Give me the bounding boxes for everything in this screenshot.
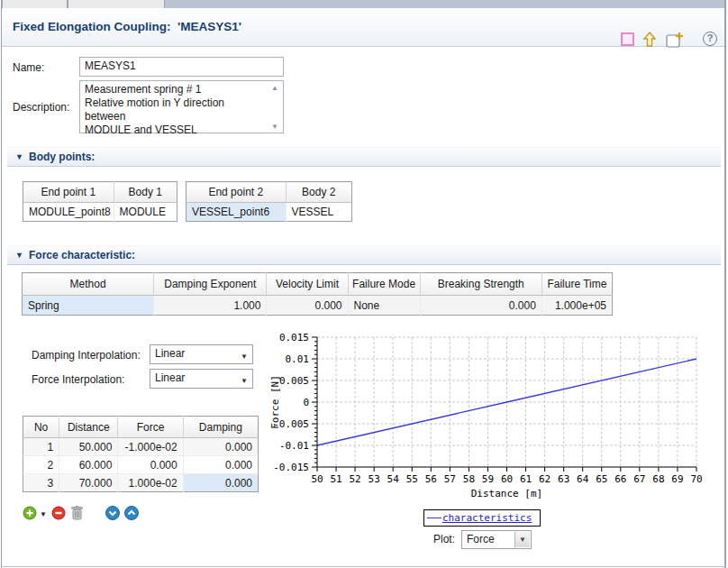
svg-text:50: 50 (311, 473, 323, 485)
tab-stub-2[interactable] (68, 0, 165, 8)
table-cell[interactable]: MODULE_point8 (23, 203, 114, 222)
svg-text:53: 53 (369, 473, 380, 485)
table-cell[interactable]: 3 (23, 474, 59, 492)
column-header: Breaking Strength (420, 273, 541, 296)
body-points-table-1: End point 1 Body 1 MODULE_point8 MODULE (23, 181, 177, 222)
svg-text:68: 68 (652, 473, 664, 485)
move-up-button[interactable] (124, 506, 139, 520)
navigate-up-icon[interactable] (642, 32, 657, 50)
damping-interpolation-label: Damping Interpolation: (32, 349, 141, 362)
window-border-left (1, 0, 2, 568)
column-header: Damping (183, 417, 258, 438)
svg-text:0.005: 0.005 (279, 375, 309, 387)
delete-trash-icon[interactable] (70, 505, 85, 519)
add-row-button[interactable] (23, 506, 37, 520)
scroll-down-icon[interactable]: ▼ (271, 124, 278, 131)
table-cell[interactable]: 70.000 (59, 474, 118, 492)
table-cell[interactable]: 1.000e-02 (118, 474, 183, 492)
column-header: Failure Time (541, 273, 612, 296)
column-header: Body 1 (114, 182, 177, 203)
column-header: No (23, 417, 59, 438)
legend-series-label: characteristics (442, 512, 532, 524)
damping-interpolation-select[interactable]: Linear ▼ (150, 344, 253, 364)
svg-text:0: 0 (303, 397, 309, 408)
table-cell[interactable]: 1.000e+05 (541, 296, 612, 316)
column-header: Velocity Limit (267, 273, 348, 296)
table-cell[interactable]: 2 (23, 456, 59, 474)
description-input[interactable]: Measurement spring # 1 Relative motion i… (79, 80, 284, 133)
table-cell[interactable]: None (348, 296, 420, 316)
plot-label: Plot: (433, 533, 455, 545)
method-table: Method Damping Exponent Velocity Limit F… (22, 272, 613, 316)
title-bar: Fixed Elongation Coupling: 'MEASYS1' ? (2, 8, 724, 47)
svg-text:67: 67 (633, 473, 645, 485)
table-cell[interactable]: 0.000 (183, 474, 258, 492)
section-force-characteristic[interactable]: ▼ Force characteristic: (7, 245, 721, 265)
table-cell[interactable]: Spring (23, 296, 154, 316)
page-title: Fixed Elongation Coupling: 'MEASYS1' (13, 20, 241, 33)
table-cell[interactable]: 50.000 (59, 438, 118, 456)
svg-text:62: 62 (539, 473, 551, 485)
table-cell[interactable]: 60.000 (59, 456, 118, 474)
force-interpolation-value: Linear (155, 371, 185, 384)
svg-text:64: 64 (577, 473, 589, 485)
table-cell[interactable]: VESSEL (286, 203, 351, 222)
svg-text:61: 61 (520, 473, 532, 485)
plot-select[interactable]: Force ▼ (461, 530, 532, 549)
column-header: Method (23, 273, 154, 296)
table-cell[interactable]: -1.000e-02 (118, 438, 183, 456)
table-cell[interactable]: 1.000 (154, 296, 267, 316)
svg-text:Distance [m]: Distance [m] (471, 488, 542, 499)
column-header: Body 2 (286, 182, 351, 203)
table-cell[interactable]: VESSEL_point6 (187, 203, 287, 222)
tab-stub-1[interactable] (2, 0, 68, 8)
svg-text:58: 58 (463, 473, 475, 485)
svg-text:Force [N]: Force [N] (269, 375, 281, 429)
svg-text:-0.01: -0.01 (279, 440, 309, 452)
plot-select-button[interactable]: ▼ (514, 532, 530, 547)
section-force-characteristic-label: Force characteristic: (29, 249, 135, 261)
table-cell[interactable]: 0.000 (420, 296, 541, 316)
svg-text:52: 52 (349, 473, 360, 485)
damping-interpolation-value: Linear (155, 347, 185, 360)
svg-text:59: 59 (482, 473, 494, 485)
help-glyph: ? (707, 32, 714, 43)
collapse-triangle-icon: ▼ (15, 251, 23, 260)
svg-text:55: 55 (406, 473, 418, 485)
window-border-bottom (1, 566, 726, 567)
scroll-up-icon[interactable]: ▲ (271, 85, 278, 92)
table-cell[interactable]: 1 (23, 438, 59, 456)
tab-strip (2, 0, 724, 8)
chevron-down-icon: ▼ (241, 350, 248, 363)
new-element-icon[interactable] (666, 32, 685, 50)
body-points-table-2: End point 2 Body 2 VESSEL_point6 VESSEL (186, 181, 352, 222)
svg-text:0.01: 0.01 (286, 353, 310, 365)
svg-text:0.015: 0.015 (279, 334, 309, 344)
color-swatch-icon[interactable] (621, 32, 634, 46)
svg-text:69: 69 (671, 473, 683, 485)
svg-text:54: 54 (387, 473, 400, 485)
table-cell[interactable]: MODULE (114, 203, 177, 222)
column-header: Distance (59, 417, 118, 438)
table-cell[interactable]: 0.000 (183, 456, 258, 474)
points-table: No Distance Force Damping 1 50.000 -1.00… (23, 416, 259, 492)
table-cell[interactable]: 0.000 (118, 456, 183, 474)
help-icon[interactable]: ? (703, 32, 717, 46)
svg-text:66: 66 (614, 473, 626, 485)
svg-text:70: 70 (690, 473, 702, 485)
description-label: Description: (13, 101, 69, 114)
table-cell[interactable]: 0.000 (267, 296, 348, 316)
move-down-button[interactable] (105, 506, 120, 520)
svg-text:60: 60 (501, 473, 513, 485)
remove-row-button[interactable] (51, 506, 66, 520)
table-cell[interactable]: 0.000 (183, 438, 258, 456)
chevron-down-icon: ▼ (241, 374, 248, 388)
window-border-right (724, 0, 726, 568)
force-interpolation-select[interactable]: Linear ▼ (150, 369, 253, 389)
svg-text:57: 57 (444, 473, 456, 485)
force-interpolation-label: Force Interpolation: (32, 373, 124, 386)
svg-text:65: 65 (596, 473, 607, 485)
section-body-points[interactable]: ▼ Body points: (7, 147, 721, 167)
add-row-menu-caret-icon[interactable]: ▼ (40, 510, 47, 518)
name-input[interactable]: MEASYS1 (79, 57, 284, 77)
